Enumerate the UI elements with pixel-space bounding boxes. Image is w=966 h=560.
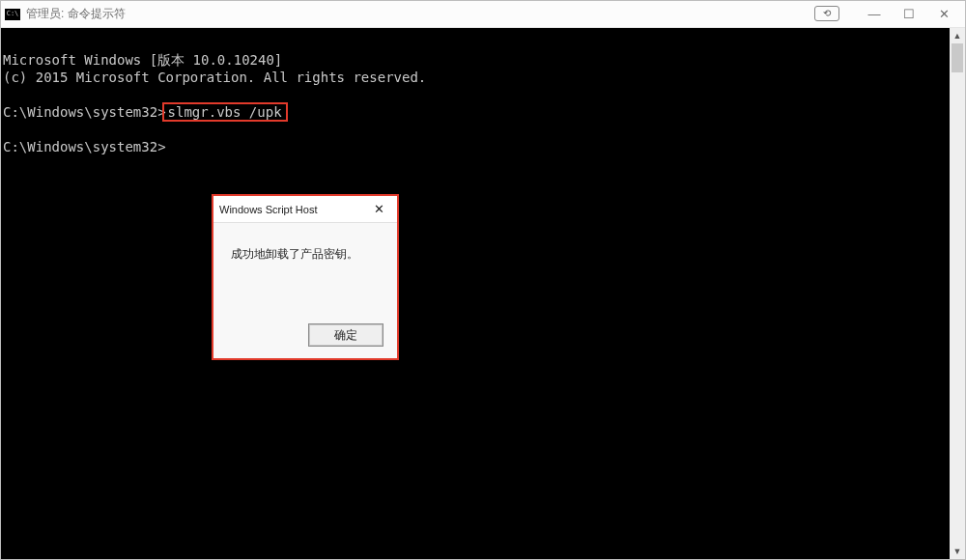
dialog-title: Windows Script Host: [219, 204, 366, 215]
maximize-button[interactable]: ☐: [892, 1, 926, 28]
term-prompt-2: C:\Windows\system32>: [3, 139, 166, 154]
term-prompt-1-command: slmgr.vbs /upk: [162, 102, 288, 122]
dialog-button-row: 确定: [308, 323, 384, 347]
terminal-client-area[interactable]: Microsoft Windows [版本 10.0.10240] (c) 20…: [1, 28, 965, 559]
close-icon: ✕: [374, 202, 384, 216]
cmd-icon: C:\: [5, 9, 20, 20]
window-title: 管理员: 命令提示符: [26, 6, 126, 22]
window-controls: ⟲ — ☐ ✕: [814, 1, 961, 28]
script-host-dialog[interactable]: Windows Script Host ✕ 成功地卸载了产品密钥。 确定: [212, 194, 399, 360]
scroll-thumb[interactable]: [952, 43, 963, 72]
dialog-close-button[interactable]: ✕: [366, 199, 391, 220]
titlebar[interactable]: C:\ 管理员: 命令提示符 ⟲ — ☐ ✕: [1, 1, 965, 28]
minimize-button[interactable]: —: [857, 1, 892, 28]
scroll-up-button[interactable]: ▲: [950, 28, 965, 43]
vertical-scrollbar[interactable]: ▲ ▼: [950, 28, 965, 559]
close-button[interactable]: ✕: [926, 1, 961, 28]
dialog-titlebar[interactable]: Windows Script Host ✕: [213, 196, 397, 223]
scroll-down-button[interactable]: ▼: [950, 544, 965, 559]
term-line-version: Microsoft Windows [版本 10.0.10240]: [3, 52, 282, 68]
dialog-message: 成功地卸载了产品密钥。: [213, 223, 397, 272]
term-line-copyright: (c) 2015 Microsoft Corporation. All righ…: [3, 70, 426, 85]
link-icon[interactable]: ⟲: [814, 6, 839, 21]
cmd-window: C:\ 管理员: 命令提示符 ⟲ — ☐ ✕ Microsoft Windows…: [0, 0, 966, 560]
dialog-ok-button[interactable]: 确定: [308, 323, 384, 347]
term-prompt-1-prefix: C:\Windows\system32>: [3, 104, 166, 120]
terminal-output: Microsoft Windows [版本 10.0.10240] (c) 20…: [1, 28, 965, 179]
